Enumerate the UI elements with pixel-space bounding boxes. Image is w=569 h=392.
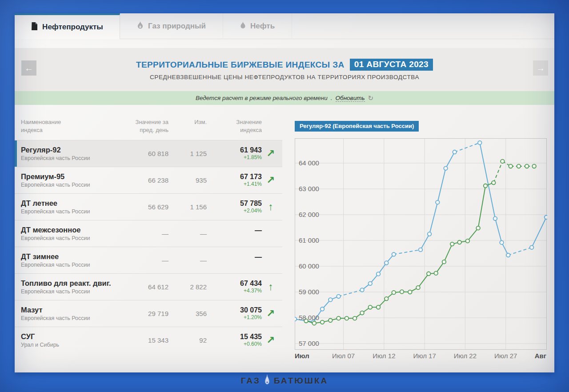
change-value: 1 156 — [168, 203, 207, 211]
index-previous-point — [525, 164, 529, 168]
index-value-cell: 57 785+2.04% — [207, 199, 262, 215]
index-previous-point — [484, 184, 488, 188]
index-current-point — [436, 200, 440, 204]
index-name-cell: Топливо для реакт. двиг.Европейская част… — [21, 279, 124, 295]
index-value: 30 075 — [207, 306, 262, 314]
index-name: ДТ летнее — [21, 199, 124, 208]
index-current-point — [369, 282, 373, 286]
previous-day-button[interactable]: ← — [21, 60, 36, 76]
table-row-3[interactable]: ДТ летнееЕвропейская часть России56 6291… — [15, 193, 282, 220]
index-name-cell: СУГУрал и Сибирь — [21, 332, 124, 348]
index-current-segment — [455, 143, 480, 152]
index-previous-segment — [468, 228, 478, 241]
prev-day-value: 15 343 — [124, 336, 168, 344]
index-value: 57 785 — [207, 199, 262, 208]
index-name: Премиум-95 — [21, 172, 124, 181]
index-value: 61 943 — [207, 146, 262, 154]
index-current-point — [392, 252, 396, 256]
index-previous-point — [408, 290, 412, 294]
index-previous-point — [509, 164, 513, 168]
change-value: — — [168, 256, 207, 264]
index-current-point — [385, 261, 389, 265]
x-tick-label: Июл — [295, 352, 309, 360]
x-tick-label: Авг — [535, 352, 546, 360]
x-tick-label: Июл 22 — [454, 352, 477, 360]
index-previous-point — [329, 319, 333, 323]
change-value: 356 — [168, 310, 207, 317]
index-current-point — [453, 150, 457, 154]
index-value-cell: 67 434+4.37% — [207, 279, 262, 295]
column-header-prev-day: Значение запред. день — [124, 118, 168, 134]
refresh-link[interactable]: Обновить — [336, 95, 365, 102]
index-previous-point — [377, 305, 381, 309]
x-tick-label: Июл 17 — [413, 352, 436, 360]
index-previous-point — [427, 272, 431, 276]
table-row-8[interactable]: СУГУрал и Сибирь15 3439215 435+0.60%↗ — [15, 327, 282, 353]
refresh-icon[interactable]: ↻ — [368, 94, 374, 102]
chart-title-badge: Регуляр-92 (Европейская часть России) — [295, 121, 419, 132]
column-header-trend — [262, 118, 280, 134]
index-value: 67 434 — [207, 279, 262, 288]
index-previous-point — [385, 297, 389, 301]
index-region: Европейская часть России — [21, 181, 124, 188]
index-percent: +1.20% — [207, 314, 262, 321]
arrow-right-icon: → — [536, 63, 545, 73]
index-current-segment — [508, 248, 532, 255]
trend-up-right-icon: ↗ — [262, 148, 280, 159]
index-previous-segment — [493, 161, 502, 183]
index-current-point — [500, 240, 504, 244]
index-current-segment — [394, 250, 421, 254]
table-row-6[interactable]: Топливо для реакт. двиг.Европейская част… — [15, 273, 282, 300]
index-name: ДТ зимнее — [21, 252, 124, 261]
index-name-cell: МазутЕвропейская часть России — [21, 305, 124, 322]
index-name: Мазут — [21, 305, 124, 315]
tab-label: Нефтепродукты — [42, 23, 103, 32]
index-previous-point — [313, 321, 317, 325]
index-previous-segment — [418, 274, 429, 288]
index-region: Урал и Сибирь — [21, 341, 124, 348]
change-value: 1 125 — [168, 150, 207, 157]
tab-crude-oil[interactable]: Нефть — [223, 13, 292, 39]
index-name: СУГ — [21, 332, 124, 341]
index-region: Европейская часть России — [21, 315, 124, 322]
trend-up-icon: ↑ — [262, 202, 280, 212]
change-value: 92 — [168, 336, 207, 344]
index-value-cell: 15 435+0.60% — [207, 332, 262, 348]
table-row-7[interactable]: МазутЕвропейская часть России29 71935630… — [15, 300, 282, 327]
index-previous-segment — [478, 186, 485, 228]
index-previous-point — [501, 160, 505, 164]
x-tick-label: Июл 12 — [373, 352, 395, 360]
index-name-cell: ДТ зимнееЕвропейская часть России — [21, 252, 124, 268]
oil-drop-icon — [240, 21, 246, 31]
index-current-point — [377, 272, 381, 276]
flame-icon — [137, 21, 144, 31]
index-name-cell: ДТ летнееЕвропейская часть России — [21, 199, 124, 215]
index-current-segment — [339, 290, 362, 296]
table-row-4[interactable]: ДТ межсезонноеЕвропейская часть России——… — [15, 220, 282, 247]
table-row-1[interactable]: Регуляр-92Европейская часть России60 818… — [15, 140, 282, 167]
index-current-point — [506, 253, 510, 257]
index-previous-point — [345, 316, 349, 320]
tab-bar: Нефтепродукты Газ природный Нефть — [15, 13, 554, 39]
index-current-segment — [437, 168, 445, 203]
index-previous-point — [353, 316, 357, 320]
index-previous-point — [434, 271, 438, 275]
y-tick-label: 58 000 — [299, 314, 319, 321]
y-tick-label: 64 000 — [299, 159, 319, 167]
title-line: ТЕРРИТОРИАЛЬНЫЕ БИРЖЕВЫЕ ИНДЕКСЫ ЗА 01 А… — [136, 59, 433, 71]
prev-day-value: 64 612 — [124, 283, 168, 291]
index-percent: +0.60% — [207, 341, 262, 348]
tab-natural-gas[interactable]: Газ природный — [120, 13, 223, 39]
index-previous-segment — [444, 244, 452, 262]
column-header-name: Наименованиеиндекса — [21, 118, 124, 134]
tab-oil-products[interactable]: Нефтепродукты — [15, 13, 120, 39]
index-current-point — [545, 216, 547, 220]
page-title: ТЕРРИТОРИАЛЬНЫЕ БИРЖЕВЫЕ ИНДЕКСЫ ЗА — [136, 60, 345, 70]
table-row-2[interactable]: Премиум-95Европейская часть России66 238… — [15, 167, 282, 193]
table-row-5[interactable]: ДТ зимнееЕвропейская часть России——— — [15, 247, 282, 273]
index-current-point — [329, 298, 333, 302]
next-day-button[interactable]: → — [533, 60, 548, 76]
index-table: Наименованиеиндекса Значение запред. ден… — [15, 105, 282, 353]
index-percent — [207, 235, 262, 241]
main-panel: Нефтепродукты Газ природный Нефть ТЕРРИТ… — [15, 13, 554, 372]
